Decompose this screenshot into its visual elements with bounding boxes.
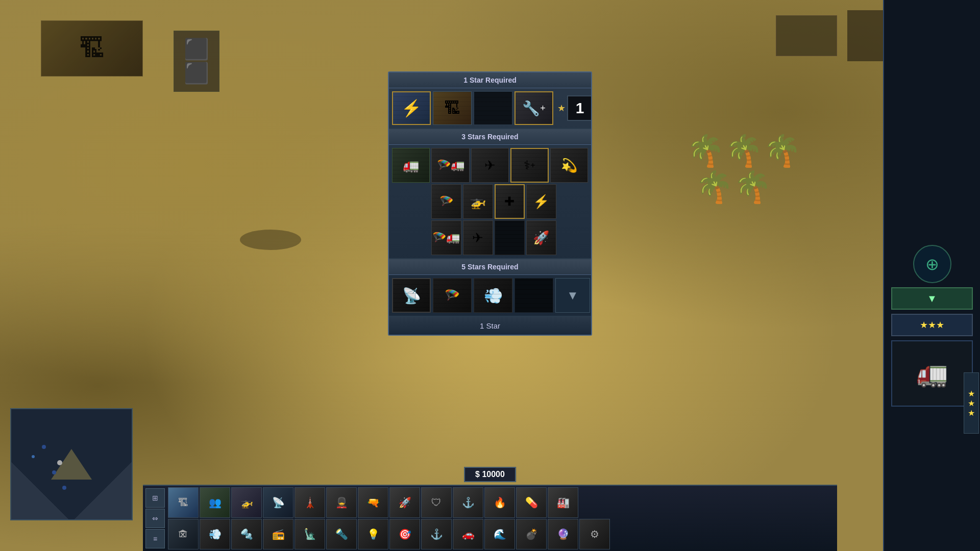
star-number-box: 1 xyxy=(567,95,592,121)
scroll-down-btn[interactable]: ▼ xyxy=(891,287,973,310)
minimap-dot xyxy=(52,470,56,474)
section-5-stars-label: 5 Stars Required xyxy=(461,263,518,271)
build-item-16[interactable]: 🔩 xyxy=(231,519,262,549)
build-mode-btn-1[interactable]: ⊞ xyxy=(145,488,165,508)
build-item-14[interactable]: 🏚 xyxy=(168,519,199,549)
build-item-25[interactable]: 💣 xyxy=(516,519,547,549)
stars-vertical: ★ ★ ★ xyxy=(964,372,979,434)
build-item-23[interactable]: 🚗 xyxy=(453,519,483,549)
star-icons: ★★★ xyxy=(920,319,944,331)
upgrade-item-3-locked xyxy=(474,91,512,125)
right-sidebar: ⊕ ▼ ★★★ 🚛 ★ ★ ★ xyxy=(883,0,980,551)
build-bar: ⊞ ⇔ ≡ 🏗 👥 🚁 📡 🗼 💂 🔫 🚀 🛡 ⚓ 🔥 💊 🏭 xyxy=(143,485,837,551)
upgrade-item-1[interactable]: ⚡ xyxy=(392,91,431,125)
upgrade-3s-item-6[interactable]: 🪂 xyxy=(431,184,461,219)
upgrade-5s-item-4-locked xyxy=(514,278,553,313)
build-item-24[interactable]: 🌊 xyxy=(484,519,515,549)
expand-dropdown-btn[interactable]: ▼ xyxy=(555,278,590,313)
structure-right-1 xyxy=(776,15,837,56)
upgrade-panel: 1 Star Required ⚡ 🏗 🔧+ ★ 1 ★ xyxy=(388,71,592,336)
section-5-stars-header: 5 Stars Required xyxy=(389,259,591,275)
build-item-19[interactable]: 🔦 xyxy=(326,519,357,549)
build-bar-icons: ⊞ ⇔ ≡ 🏗 👥 🚁 📡 🗼 💂 🔫 🚀 🛡 ⚓ 🔥 💊 🏭 xyxy=(143,487,837,549)
section-1-star-label: 1 Star Required xyxy=(463,76,516,84)
minimap-dot xyxy=(32,455,35,458)
panel-footer: 1 Star xyxy=(389,317,591,335)
build-item-21[interactable]: 🎯 xyxy=(389,519,420,549)
upgrade-3s-item-8[interactable]: ✚ xyxy=(495,184,525,219)
build-item-6[interactable]: 💂 xyxy=(326,487,357,518)
build-item-10[interactable]: ⚓ xyxy=(453,487,483,518)
minimap xyxy=(10,408,133,520)
minimap-content xyxy=(11,409,132,519)
build-mode-btn-3[interactable]: ≡ xyxy=(145,529,165,548)
minimap-dot xyxy=(62,486,66,490)
section-3-stars-label: 3 Stars Required xyxy=(461,133,518,141)
unit-preview-icon: 🚛 xyxy=(916,359,948,388)
palm-trees: 🌴🌴🌴 🌴🌴 xyxy=(687,133,801,205)
build-item-13[interactable]: 🏭 xyxy=(548,487,578,518)
structure-left-1: 🏗 xyxy=(41,20,143,77)
upgrade-item-2[interactable]: 🏗 xyxy=(433,91,472,125)
upgrade-5s-item-1[interactable]: 📡 xyxy=(392,278,431,313)
star-rank-display: ★★★ xyxy=(891,314,973,336)
section-1-star-header: 1 Star Required xyxy=(389,72,591,88)
upgrade-3s-item-7[interactable]: 🚁 xyxy=(463,184,493,219)
structure-derrick-1: ⬛⬛ xyxy=(174,31,219,92)
build-item-22[interactable]: ⚓ xyxy=(421,519,452,549)
star-left: ★ xyxy=(557,103,566,114)
upgrade-3s-item-4[interactable]: ⚕+ xyxy=(510,148,548,183)
scroll-icon: ▼ xyxy=(927,293,937,305)
build-item-8[interactable]: 🚀 xyxy=(389,487,420,518)
build-item-20[interactable]: 💡 xyxy=(358,519,388,549)
build-sidebar: ⊞ ⇔ ≡ xyxy=(145,488,165,548)
upgrade-5s-item-2[interactable]: 🪂 xyxy=(433,278,472,313)
star-3: ★ xyxy=(968,408,975,418)
section-3-stars-content: 🚛 🪂🚛 ✈ ⚕+ 💫 🪂 xyxy=(389,145,591,259)
section-5-stars-content: 📡 🪂 💨 ▼ xyxy=(389,275,591,317)
shadow xyxy=(240,230,301,250)
build-item-1[interactable]: 🏗 xyxy=(168,487,199,518)
star-1: ★ xyxy=(968,389,975,398)
upgrade-item-4[interactable]: 🔧+ xyxy=(514,91,553,125)
build-item-7[interactable]: 🔫 xyxy=(358,487,388,518)
build-item-11[interactable]: 🔥 xyxy=(484,487,515,518)
build-item-9[interactable]: 🛡 xyxy=(421,487,452,518)
build-item-4[interactable]: 📡 xyxy=(263,487,293,518)
upgrade-3s-item-13[interactable]: 🚀 xyxy=(526,220,556,255)
upgrade-3s-item-11[interactable]: ✈ xyxy=(463,220,493,255)
star-2: ★ xyxy=(968,398,975,408)
section-3-stars-header: 3 Stars Required xyxy=(389,129,591,145)
star-counter: ★ 1 ★ xyxy=(557,95,592,121)
dropdown-arrow-icon: ▼ xyxy=(567,288,579,303)
compass[interactable]: ⊕ xyxy=(913,245,951,283)
build-item-5[interactable]: 🗼 xyxy=(295,487,325,518)
compass-icon: ⊕ xyxy=(925,255,939,274)
upgrade-5s-item-3[interactable]: 💨 xyxy=(474,278,512,313)
minimap-player-dot xyxy=(57,460,62,465)
section-1-star-content: ⚡ 🏗 🔧+ ★ 1 ★ xyxy=(389,88,591,129)
upgrade-3s-item-12-locked xyxy=(495,220,525,255)
build-item-2[interactable]: 👥 xyxy=(200,487,230,518)
upgrade-3s-item-5[interactable]: 💫 xyxy=(550,148,588,183)
money-display: $ 10000 xyxy=(464,467,516,482)
star-count-value: 1 xyxy=(576,99,584,117)
build-item-18[interactable]: 🗽 xyxy=(295,519,325,549)
upgrade-3s-item-9[interactable]: ⚡ xyxy=(526,184,556,219)
build-item-26[interactable]: 🔮 xyxy=(548,519,578,549)
money-value: $ 10000 xyxy=(475,470,505,479)
build-mode-btn-2[interactable]: ⇔ xyxy=(145,509,165,528)
build-item-17[interactable]: 📻 xyxy=(263,519,293,549)
build-item-3[interactable]: 🚁 xyxy=(231,487,262,518)
build-item-12[interactable]: 💊 xyxy=(516,487,547,518)
upgrade-3s-item-10[interactable]: 🪂🚛 xyxy=(431,220,461,255)
unit-preview: 🚛 xyxy=(891,340,973,407)
build-item-15[interactable]: 💨 xyxy=(200,519,230,549)
upgrade-3s-item-3[interactable]: ✈ xyxy=(471,148,509,183)
minimap-dot xyxy=(42,445,46,449)
upgrade-3s-item-1[interactable]: 🚛 xyxy=(392,148,430,183)
build-item-27[interactable]: ⚙ xyxy=(579,519,610,549)
footer-label: 1 Star xyxy=(480,321,500,330)
upgrade-3s-item-2[interactable]: 🪂🚛 xyxy=(431,148,469,183)
